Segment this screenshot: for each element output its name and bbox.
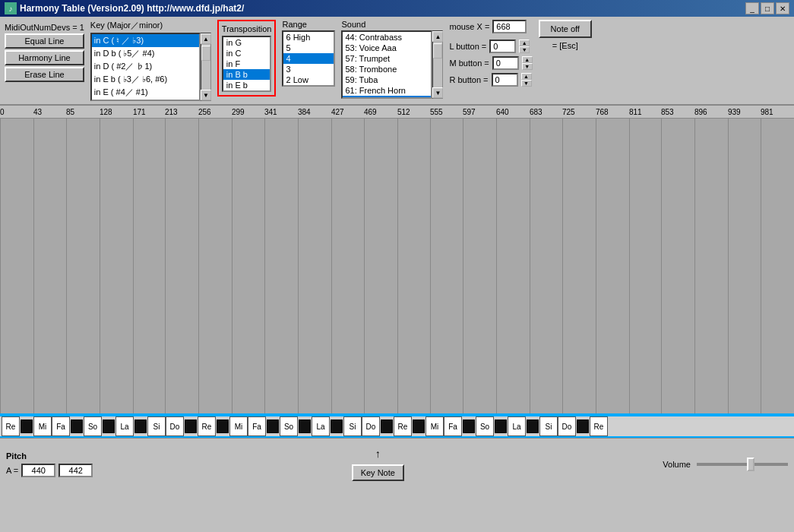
harmony-line-button[interactable]: Harmony Line <box>5 50 84 65</box>
piano-black-key[interactable] <box>299 420 311 433</box>
key-listbox[interactable]: in C ( ♮ ／ ♭3)in D b ( ♭5／ #4)in D ( #2／… <box>90 33 201 101</box>
sound-scroll-thumb[interactable] <box>433 43 442 59</box>
piano-white-key[interactable]: Do <box>558 416 576 436</box>
piano-black-key[interactable] <box>134 420 147 433</box>
key-scroll-thumb[interactable] <box>201 46 210 61</box>
sound-scrollbar[interactable] <box>432 30 443 99</box>
key-scrollbar[interactable] <box>201 33 211 101</box>
piano-white-key[interactable]: Do <box>362 416 380 436</box>
piano-white-key[interactable]: Si <box>343 416 362 436</box>
piano-white-key[interactable]: So <box>84 416 102 436</box>
key-item[interactable]: in F ( ♭1／ ♭4) <box>92 99 199 101</box>
equal-line-button[interactable]: Equal Line <box>5 33 84 49</box>
minimize-button[interactable]: _ <box>745 2 759 14</box>
volume-slider[interactable] <box>697 463 788 466</box>
r-button-spinner[interactable]: ▲ ▼ <box>521 73 532 87</box>
maximize-button[interactable]: □ <box>761 2 774 14</box>
sound-item[interactable]: 61: French Horn <box>343 85 431 96</box>
piano-black-key[interactable] <box>71 420 83 433</box>
range-item[interactable]: 3 <box>283 64 334 74</box>
piano-white-key[interactable]: Mi <box>33 416 52 436</box>
key-scroll-up[interactable] <box>201 33 211 44</box>
key-item[interactable]: in D ( #2／ ♭1) <box>92 60 199 73</box>
piano-white-key[interactable]: Re <box>394 416 412 436</box>
piano-white-key[interactable]: Re <box>590 416 608 436</box>
sound-item[interactable]: 65: Soprano Sax <box>343 96 431 99</box>
ruler: 0438512817121325629934138442746951255559… <box>0 105 794 119</box>
trans-item[interactable]: in E b <box>223 80 270 90</box>
piano-white-key[interactable]: Re <box>198 416 216 436</box>
key-item[interactable]: in E ( #4／ #1) <box>92 86 199 99</box>
piano-black-key[interactable] <box>185 420 197 433</box>
grid-line <box>364 119 365 413</box>
pitch-value-2[interactable] <box>59 464 93 477</box>
m-button-value[interactable] <box>492 56 519 70</box>
piano-white-key[interactable]: Mi <box>425 416 444 436</box>
m-button-spinner[interactable]: ▲ ▼ <box>522 56 533 70</box>
piano-white-key[interactable]: Si <box>539 416 558 436</box>
l-button-value[interactable] <box>489 40 516 53</box>
range-item[interactable]: 2 Low <box>283 74 334 85</box>
piano-white-key[interactable]: Si <box>147 416 166 436</box>
trans-item[interactable]: in F <box>223 59 270 69</box>
m-spin-down[interactable]: ▼ <box>522 63 533 70</box>
piano-white-key[interactable]: Fa <box>444 416 462 436</box>
piano-white-key[interactable]: So <box>476 416 494 436</box>
trans-item[interactable]: in G <box>223 37 270 48</box>
grid-line <box>198 119 199 413</box>
piano-white-key[interactable]: La <box>508 416 526 436</box>
piano-black-key[interactable] <box>413 420 425 433</box>
sound-scroll-down[interactable] <box>432 87 443 98</box>
pitch-value-1[interactable] <box>21 464 55 477</box>
key-item[interactable]: in C ( ♮ ／ ♭3) <box>92 34 199 47</box>
piano-black-key[interactable] <box>21 420 33 433</box>
range-item[interactable]: 5 <box>283 43 334 53</box>
sound-item[interactable]: 58: Trombone <box>343 64 431 74</box>
l-button-spinner[interactable]: ▲ ▼ <box>519 40 530 53</box>
note-off-button[interactable]: Note off <box>539 20 592 38</box>
sound-item[interactable]: 53: Voice Aaa <box>343 43 431 53</box>
piano-black-key[interactable] <box>331 420 343 433</box>
key-scroll-down[interactable] <box>201 90 211 100</box>
piano-black-key[interactable] <box>495 420 507 433</box>
piano-black-key[interactable] <box>103 420 115 433</box>
key-item[interactable]: in D b ( ♭5／ #4) <box>92 47 199 60</box>
piano-white-key[interactable]: Fa <box>248 416 266 436</box>
sound-item[interactable]: 59: Tuba <box>343 74 431 85</box>
piano-white-key[interactable]: Mi <box>229 416 248 436</box>
trans-item[interactable]: in B b <box>223 69 270 80</box>
r-spin-up[interactable]: ▲ <box>521 73 532 80</box>
piano-white-key[interactable]: Fa <box>52 416 70 436</box>
sound-listbox[interactable]: 44: Contrabass53: Voice Aaa57: Trumpet58… <box>341 30 432 99</box>
m-spin-up[interactable]: ▲ <box>522 56 533 63</box>
l-spin-up[interactable]: ▲ <box>519 40 530 46</box>
sound-item[interactable]: 57: Trumpet <box>343 53 431 64</box>
erase-line-button[interactable]: Erase Line <box>5 67 84 82</box>
sound-scroll-up[interactable] <box>432 31 443 42</box>
r-button-value[interactable] <box>492 73 518 87</box>
close-button[interactable]: ✕ <box>776 2 789 14</box>
piano-black-key[interactable] <box>463 420 475 433</box>
key-note-button[interactable]: Key Note <box>352 464 404 481</box>
mouse-x-value[interactable] <box>492 20 527 33</box>
piano-white-key[interactable]: Do <box>166 416 184 436</box>
piano-black-key[interactable] <box>381 420 393 433</box>
l-spin-down[interactable]: ▼ <box>519 46 530 53</box>
transposition-listbox[interactable]: in Gin Cin Fin B bin E b <box>222 36 271 92</box>
piano-white-key[interactable]: Re <box>2 416 20 436</box>
volume-thumb[interactable] <box>747 458 754 471</box>
r-spin-down[interactable]: ▼ <box>521 80 532 87</box>
key-item[interactable]: in E b ( ♭3／ ♭6, #6) <box>92 73 199 86</box>
sound-item[interactable]: 44: Contrabass <box>343 32 431 43</box>
piano-black-key[interactable] <box>527 420 539 433</box>
piano-black-key[interactable] <box>267 420 279 433</box>
piano-black-key[interactable] <box>217 420 229 433</box>
range-listbox[interactable]: 6 High5432 Low <box>282 30 335 87</box>
range-item[interactable]: 6 High <box>283 32 334 43</box>
piano-black-key[interactable] <box>577 420 589 433</box>
piano-white-key[interactable]: So <box>280 416 298 436</box>
piano-white-key[interactable]: La <box>312 416 330 436</box>
trans-item[interactable]: in C <box>223 48 270 59</box>
range-item[interactable]: 4 <box>283 53 334 64</box>
piano-white-key[interactable]: La <box>115 416 134 436</box>
